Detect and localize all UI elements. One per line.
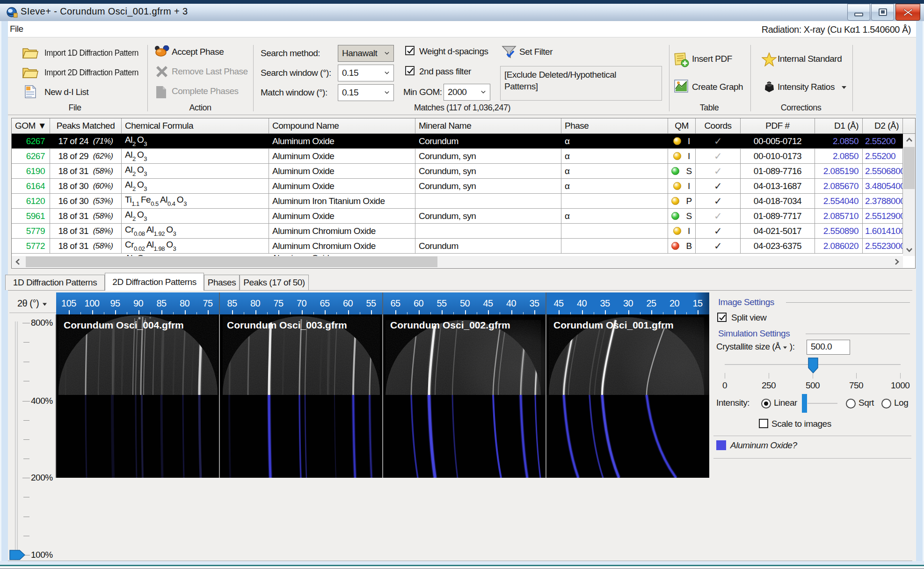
svg-text:Corundum Osci_001.gfrm: Corundum Osci_001.gfrm — [553, 320, 674, 330]
svg-text:Corundum Osci_002.gfrm: Corundum Osci_002.gfrm — [390, 320, 510, 330]
svg-text:Corundum Osci_003.gfrm: Corundum Osci_003.gfrm — [227, 320, 347, 330]
svg-text:Corundum Osci_004.gfrm: Corundum Osci_004.gfrm — [64, 320, 184, 330]
